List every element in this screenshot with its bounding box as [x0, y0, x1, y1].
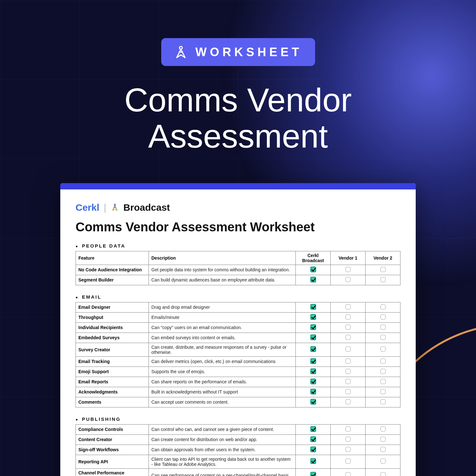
cell-vendor2 — [366, 275, 400, 285]
cell-feature: No Code Audience Integration — [76, 265, 149, 275]
broadcast-compass-icon — [111, 203, 119, 212]
section: EMAILEmail DesignerDrag and drop email d… — [76, 294, 400, 407]
checkbox-empty-icon — [380, 335, 386, 340]
cell-description: Can build dynamic audiences base on empl… — [149, 275, 296, 285]
checkbox-empty-icon — [346, 389, 351, 394]
cell-vendor2 — [366, 367, 400, 377]
section: PUBLISHINGCompliance ControlsCan control… — [76, 416, 400, 476]
table-row: Individual RecipientsCan "copy" users on… — [76, 322, 400, 333]
cell-description: Can "copy" users on an email communicati… — [149, 322, 296, 333]
table-row: Email TrackingCan deliver metrics (open,… — [76, 356, 400, 367]
section-name: EMAIL — [82, 294, 102, 300]
checkbox-checked-icon — [310, 304, 316, 310]
checkbox-empty-icon — [346, 379, 351, 384]
cell-feature: Embedded Surveys — [76, 333, 149, 343]
cell-cerkl — [296, 468, 331, 476]
feature-table: FeatureDescriptionCerkl BroadcastVendor … — [76, 251, 400, 285]
checkbox-empty-icon — [380, 437, 386, 442]
cell-vendor1 — [331, 377, 366, 387]
cell-vendor1 — [331, 333, 366, 343]
checkbox-empty-icon — [380, 369, 386, 374]
cell-description: Can obtain approvals from other users in… — [149, 445, 296, 455]
checkbox-checked-icon — [310, 472, 316, 476]
cell-vendor1 — [331, 343, 366, 356]
checkbox-empty-icon — [346, 347, 351, 352]
cell-description: Built in acknowledgments without IT supp… — [149, 387, 296, 397]
cell-vendor1 — [331, 434, 366, 445]
cell-vendor1 — [331, 275, 366, 285]
checkbox-checked-icon — [310, 379, 316, 384]
cell-vendor2 — [366, 333, 400, 343]
cell-feature: Compliance Controls — [76, 424, 149, 434]
section-heading: PEOPLE DATA — [76, 243, 400, 248]
cell-description: Supports the use of emojis. — [149, 367, 296, 377]
table-row: Segment BuilderCan build dynamic audienc… — [76, 275, 400, 285]
cell-vendor2 — [366, 468, 400, 476]
cell-vendor2 — [366, 434, 400, 445]
table-row: Email ReportsCan share reports on the pe… — [76, 377, 400, 387]
document-preview: Cerkl | Broadcast Comms Vendor — [60, 183, 416, 476]
document-body: Cerkl | Broadcast Comms Vendor — [60, 189, 416, 476]
cell-vendor2 — [366, 377, 400, 387]
cell-feature: Sign-off Workflows — [76, 445, 149, 455]
cell-cerkl — [296, 302, 331, 312]
content-column: WORKSHEET Comms Vendor Assessment Cerkl … — [0, 0, 476, 476]
checkbox-empty-icon — [346, 314, 351, 320]
checkbox-empty-icon — [346, 304, 351, 309]
checkbox-empty-icon — [380, 325, 386, 330]
table-row: Reporting APIClient can tap into API to … — [76, 455, 400, 468]
cell-description: Drag and drop email designer — [149, 302, 296, 312]
cell-vendor2 — [366, 265, 400, 275]
bullet-icon — [76, 416, 79, 422]
cell-vendor2 — [366, 356, 400, 367]
cell-vendor1 — [331, 468, 366, 476]
worksheet-badge: WORKSHEET — [161, 38, 315, 66]
cell-vendor1 — [331, 356, 366, 367]
checkbox-checked-icon — [310, 314, 316, 320]
checkbox-empty-icon — [380, 447, 386, 452]
checkbox-empty-icon — [346, 359, 351, 364]
page-title: Comms Vendor Assessment — [124, 82, 352, 155]
table-row: Embedded SurveysCan embed surveys into c… — [76, 333, 400, 343]
cell-cerkl — [296, 434, 331, 445]
cell-feature: Emoji Support — [76, 367, 149, 377]
cell-feature: Throughput — [76, 312, 149, 322]
table-row: Survey CreatorCan create, distribute, an… — [76, 343, 400, 356]
title-line-1: Comms Vendor — [124, 82, 352, 118]
checkbox-empty-icon — [346, 325, 351, 330]
section-heading: PUBLISHING — [76, 416, 400, 422]
brand-broadcast-text: Broadcast — [123, 202, 170, 213]
checkbox-checked-icon — [310, 368, 316, 374]
table-row: ThroughputEmails/minute — [76, 312, 400, 322]
checkbox-empty-icon — [380, 314, 386, 320]
table-row: Content CreatorCan create content for di… — [76, 434, 400, 445]
checkbox-empty-icon — [380, 267, 386, 272]
checkbox-empty-icon — [346, 447, 351, 452]
compass-icon — [174, 45, 188, 59]
cell-description: Can control who can, and cannot see a gi… — [149, 424, 296, 434]
cell-description: Can deliver metrics (open, click, etc.) … — [149, 356, 296, 367]
checkbox-checked-icon — [310, 346, 316, 352]
section-name: PEOPLE DATA — [82, 243, 125, 248]
cell-cerkl — [296, 445, 331, 455]
cell-cerkl — [296, 322, 331, 333]
cell-feature: Content Creator — [76, 434, 149, 445]
cell-vendor2 — [366, 424, 400, 434]
document-top-bar — [60, 183, 416, 189]
cell-feature: Comments — [76, 397, 149, 407]
cell-vendor1 — [331, 424, 366, 434]
col-vendor2: Vendor 2 — [366, 251, 400, 265]
cell-cerkl — [296, 312, 331, 322]
cell-description: Can see performance of content on a per-… — [149, 468, 296, 476]
checkbox-empty-icon — [380, 472, 386, 476]
checkbox-checked-icon — [310, 446, 316, 452]
title-line-2: Assessment — [148, 118, 328, 155]
cell-vendor2 — [366, 302, 400, 312]
cell-vendor1 — [331, 367, 366, 377]
cell-vendor1 — [331, 445, 366, 455]
cell-vendor2 — [366, 387, 400, 397]
cell-description: Emails/minute — [149, 312, 296, 322]
table-row: Channel Performance ReportingCan see per… — [76, 468, 400, 476]
checkbox-empty-icon — [346, 335, 351, 340]
checkbox-checked-icon — [310, 399, 316, 405]
